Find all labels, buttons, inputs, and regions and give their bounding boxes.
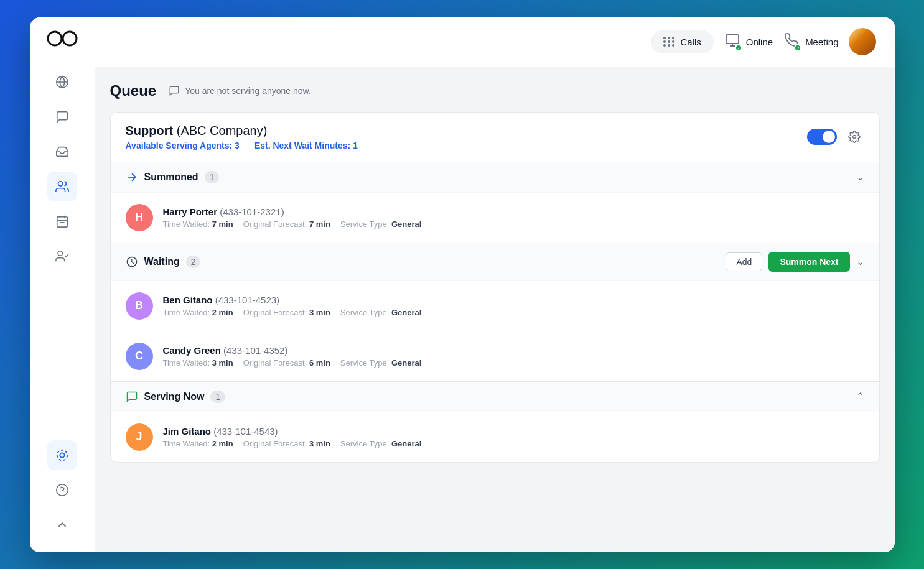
sidebar-item-calendar[interactable]	[47, 206, 77, 236]
main-content: Calls Online	[95, 17, 895, 552]
user-avatar[interactable]	[849, 28, 876, 55]
customer-meta: Time Waited: 3 min Original Forecast: 6 …	[163, 358, 864, 368]
summoned-title: Summoned	[144, 172, 198, 183]
serving-now-icon	[126, 391, 138, 403]
svg-rect-15	[726, 35, 739, 44]
est-wait: Est. Next Wait Minutes: 1	[254, 141, 358, 150]
grid-icon	[663, 37, 675, 47]
sidebar-item-team[interactable]	[47, 172, 77, 201]
customer-name: Ben Gitano (433-101-4523)	[163, 295, 864, 305]
waiting-count: 2	[186, 256, 201, 268]
summoned-count: 1	[205, 171, 220, 183]
avatar: J	[126, 423, 153, 451]
serving-now-chevron[interactable]: ⌃	[856, 391, 864, 402]
customer-meta: Time Waited: 7 min Original Forecast: 7 …	[163, 220, 864, 229]
queue-subtitle-row: Available Serving Agents: 3 Est. Next Wa…	[126, 141, 358, 150]
settings-icon	[848, 131, 861, 143]
sidebar-item-globe[interactable]	[47, 67, 77, 97]
meeting-button[interactable]: Meeting	[783, 33, 838, 50]
settings-button[interactable]	[844, 127, 864, 147]
online-label: Online	[746, 37, 773, 47]
calls-label: Calls	[680, 37, 701, 47]
svg-rect-5	[57, 216, 67, 227]
serving-now-count: 1	[210, 391, 225, 403]
avatar: C	[126, 343, 153, 370]
svg-point-12	[57, 450, 67, 460]
available-agents: Available Serving Agents: 3	[126, 141, 240, 150]
waiting-icon	[126, 256, 138, 268]
waiting-actions: Add Summon Next ⌄	[726, 252, 864, 272]
summoned-section-header[interactable]: Summoned 1 ⌄	[111, 162, 879, 192]
summoned-icon	[126, 171, 138, 183]
online-icon-wrap	[724, 33, 741, 50]
table-row: C Candy Green (433-101-4352) Time Waited…	[111, 331, 879, 381]
summoned-customer-list: H Harry Porter (433-101-2321) Time Waite…	[111, 192, 879, 243]
online-button[interactable]: Online	[724, 33, 773, 50]
customer-info: Ben Gitano (433-101-4523) Time Waited: 2…	[163, 295, 864, 317]
svg-point-10	[58, 251, 62, 255]
summon-next-button[interactable]: Summon Next	[768, 252, 849, 272]
online-status-dot	[735, 44, 742, 52]
sidebar-item-user-check[interactable]	[47, 241, 77, 271]
serving-now-section: Serving Now 1 ⌃ J Jim Gitano (433-101-45…	[111, 381, 879, 462]
svg-point-13	[56, 484, 67, 495]
add-button[interactable]: Add	[726, 252, 762, 271]
meeting-icon-wrap	[783, 33, 800, 50]
calls-button[interactable]: Calls	[651, 30, 713, 53]
customer-meta: Time Waited: 2 min Original Forecast: 3 …	[163, 308, 864, 317]
svg-point-0	[48, 32, 62, 45]
waiting-section-header: Waiting 2 Add Summon Next ⌄	[111, 243, 879, 280]
svg-point-4	[58, 181, 62, 185]
customer-name: Harry Porter (433-101-2321)	[163, 206, 864, 217]
summoned-chevron[interactable]: ⌄	[856, 171, 864, 183]
summoned-section: Summoned 1 ⌄ H Harry Porter (433-101-232…	[111, 162, 879, 243]
status-message-text: You are not serving anyone now.	[185, 86, 311, 96]
sidebar-item-inbox[interactable]	[47, 137, 77, 167]
meeting-label: Meeting	[805, 37, 838, 47]
sidebar-item-chat[interactable]	[47, 102, 77, 132]
customer-meta: Time Waited: 2 min Original Forecast: 3 …	[163, 439, 864, 448]
waiting-customer-list: B Ben Gitano (433-101-4523) Time Waited:…	[111, 280, 879, 381]
avatar-image	[849, 28, 876, 55]
avatar: H	[126, 204, 153, 231]
page-title: Queue	[110, 82, 157, 99]
sidebar-item-location[interactable]	[47, 440, 77, 470]
support-title: Support (ABC Company)	[126, 124, 268, 138]
customer-info: Harry Porter (433-101-2321) Time Waited:…	[163, 206, 864, 229]
customer-info: Jim Gitano (433-101-4543) Time Waited: 2…	[163, 426, 864, 448]
waiting-section: Waiting 2 Add Summon Next ⌄ B	[111, 243, 879, 381]
sidebar-item-chevron-up[interactable]	[47, 510, 77, 540]
customer-name: Candy Green (433-101-4352)	[163, 345, 864, 356]
status-message: You are not serving anyone now.	[169, 85, 311, 96]
logo[interactable]	[47, 30, 78, 50]
support-label: Support	[126, 124, 174, 137]
support-company: (ABC Company)	[177, 124, 268, 137]
queue-toggle[interactable]	[807, 129, 837, 145]
queue-section: Support (ABC Company) Available Serving …	[110, 112, 880, 463]
svg-point-11	[60, 453, 64, 457]
customer-name: Jim Gitano (433-101-4543)	[163, 426, 864, 437]
summoned-header-left: Summoned 1	[126, 171, 220, 183]
serving-now-title: Serving Now	[144, 391, 205, 402]
serving-now-section-header[interactable]: Serving Now 1 ⌃	[111, 382, 879, 412]
table-row: B Ben Gitano (433-101-4523) Time Waited:…	[111, 280, 879, 331]
avatar: B	[126, 292, 153, 320]
queue-header: Support (ABC Company) Available Serving …	[111, 113, 879, 162]
waiting-title: Waiting	[144, 256, 180, 267]
svg-point-1	[63, 32, 77, 45]
sidebar	[30, 17, 95, 552]
waiting-header-left: Waiting 2	[126, 256, 201, 268]
queue-header-right	[807, 127, 864, 147]
queue-title-row: Support (ABC Company)	[126, 124, 358, 138]
table-row: H Harry Porter (433-101-2321) Time Waite…	[111, 192, 879, 243]
svg-point-18	[852, 136, 856, 139]
status-message-icon	[169, 85, 180, 96]
sidebar-item-help[interactable]	[47, 475, 77, 505]
serving-now-header-left: Serving Now 1	[126, 391, 226, 403]
waiting-chevron[interactable]: ⌄	[856, 256, 864, 267]
meeting-status-dot	[794, 44, 801, 52]
table-row: J Jim Gitano (433-101-4543) Time Waited:…	[111, 412, 879, 462]
customer-info: Candy Green (433-101-4352) Time Waited: …	[163, 345, 864, 368]
queue-title-block: Support (ABC Company) Available Serving …	[126, 124, 358, 150]
page-content: Queue You are not serving anyone now. Su…	[95, 67, 895, 552]
